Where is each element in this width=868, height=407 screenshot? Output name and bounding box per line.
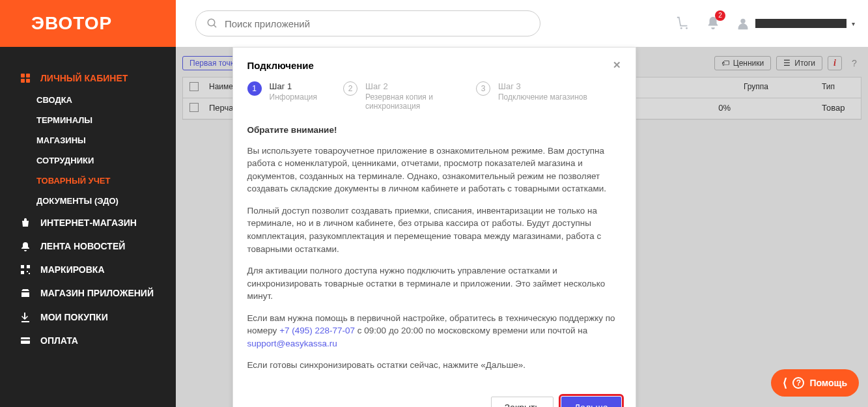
svg-rect-3 [26, 79, 30, 83]
svg-rect-5 [27, 265, 30, 268]
modal-title: Подключение [247, 60, 314, 71]
nav-news[interactable]: ЛЕНТА НОВОСТЕЙ [0, 234, 176, 258]
notifications-icon[interactable]: 2 [706, 16, 720, 32]
nav-purchases[interactable]: МОИ ПОКУПКИ [0, 305, 176, 329]
bell-icon [20, 241, 31, 251]
svg-rect-1 [26, 74, 30, 77]
svg-rect-2 [21, 79, 25, 83]
nav-personal-cabinet[interactable]: ЛИЧНЫЙ КАБИНЕТ [0, 66, 176, 90]
nav-payment[interactable]: ОПЛАТА [0, 329, 176, 352]
search-icon [206, 18, 218, 29]
nav-label: ОПЛАТА [40, 335, 78, 346]
cart-icon[interactable] [676, 16, 690, 32]
sidebar: ЭВОТОР ЛИЧНЫЙ КАБИНЕТ СВОДКА ТЕРМИНАЛЫ М… [0, 0, 176, 407]
nav-label: МОИ ПОКУПКИ [40, 312, 108, 322]
close-icon[interactable]: ✕ [613, 59, 621, 71]
nav-sub-documents[interactable]: ДОКУМЕНТЫ (ЭДО) [0, 191, 176, 211]
svg-rect-6 [21, 271, 24, 274]
svg-line-12 [214, 25, 216, 27]
nav-label: ЛЕНТА НОВОСТЕЙ [40, 241, 125, 251]
para-3: Для активации полного доступа нужно подк… [247, 264, 621, 303]
connection-modal: Подключение ✕ 1 Шаг 1 Информация 2 Шаг 2… [232, 47, 636, 407]
user-icon [736, 16, 750, 31]
search-input[interactable] [225, 18, 529, 29]
nav-sub-stores[interactable]: МАГАЗИНЫ [0, 130, 176, 150]
bag-icon [20, 218, 31, 228]
nav-label: ИНТЕРНЕТ-МАГАЗИН [40, 218, 137, 228]
para-5: Если готовы синхронизировать остатки сей… [247, 359, 621, 372]
svg-point-15 [740, 19, 745, 23]
nav-sub-summary[interactable]: СВОДКА [0, 90, 176, 110]
download-icon [20, 312, 31, 322]
user-menu[interactable]: ▾ [736, 16, 855, 31]
svg-point-14 [686, 27, 688, 29]
modal-body: Обратите внимание! Вы используете товаро… [233, 121, 636, 389]
attention-heading: Обратите внимание! [247, 124, 621, 137]
step-2: 2 Шаг 2 Резервная копия и синхронизация [343, 81, 450, 111]
nav-marking[interactable]: МАРКИРОВКА [0, 258, 176, 281]
nav-sub-terminals[interactable]: ТЕРМИНАЛЫ [0, 110, 176, 130]
expand-icon: ⟨ [783, 376, 787, 390]
help-button[interactable]: ⟨ ? Помощь [771, 369, 859, 397]
qr-icon [20, 264, 31, 275]
nav-label: ЛИЧНЫЙ КАБИНЕТ [40, 73, 128, 83]
svg-rect-8 [29, 273, 30, 274]
grid-icon [20, 73, 31, 83]
store-icon [20, 288, 31, 298]
help-question-icon: ? [792, 377, 804, 389]
notification-badge: 2 [715, 10, 725, 21]
svg-rect-0 [21, 74, 25, 77]
next-button[interactable]: Дальше [561, 397, 621, 407]
nav-shop[interactable]: ИНТЕРНЕТ-МАГАЗИН [0, 211, 176, 234]
svg-point-13 [680, 27, 682, 29]
para-1: Вы используете товароучетное приложение … [247, 145, 621, 195]
wizard-steps: 1 Шаг 1 Информация 2 Шаг 2 Резервная коп… [233, 79, 636, 121]
close-button[interactable]: Закрыть [491, 397, 553, 407]
support-email[interactable]: support@easykassa.ru [247, 339, 337, 348]
svg-rect-10 [21, 339, 30, 341]
nav-app-store[interactable]: МАГАЗИН ПРИЛОЖЕНИЙ [0, 281, 176, 305]
support-phone[interactable]: +7 (495) 228-77-07 [279, 326, 355, 335]
nav-sub-inventory[interactable]: ТОВАРНЫЙ УЧЕТ [0, 171, 176, 191]
user-name-redacted [755, 19, 847, 28]
search-wrap[interactable] [195, 10, 540, 36]
card-icon [20, 335, 31, 346]
nav-label: МАГАЗИН ПРИЛОЖЕНИЙ [40, 288, 154, 299]
logo[interactable]: ЭВОТОР [0, 0, 176, 47]
para-4: Если вам нужна помощь в первичной настро… [247, 312, 621, 350]
nav-label: МАРКИРОВКА [40, 264, 105, 275]
step-1: 1 Шаг 1 Информация [247, 81, 317, 111]
svg-point-11 [208, 19, 215, 26]
nav-sub-staff[interactable]: СОТРУДНИКИ [0, 150, 176, 171]
para-2: Полный доступ позволит создавать приемки… [247, 204, 621, 255]
chevron-down-icon: ▾ [852, 20, 855, 27]
svg-rect-4 [21, 265, 24, 268]
nav: ЛИЧНЫЙ КАБИНЕТ СВОДКА ТЕРМИНАЛЫ МАГАЗИНЫ… [0, 47, 176, 352]
step-3: 3 Шаг 3 Подключение магазинов [476, 81, 587, 111]
topbar: 2 ▾ [176, 0, 868, 47]
svg-rect-7 [27, 271, 28, 272]
